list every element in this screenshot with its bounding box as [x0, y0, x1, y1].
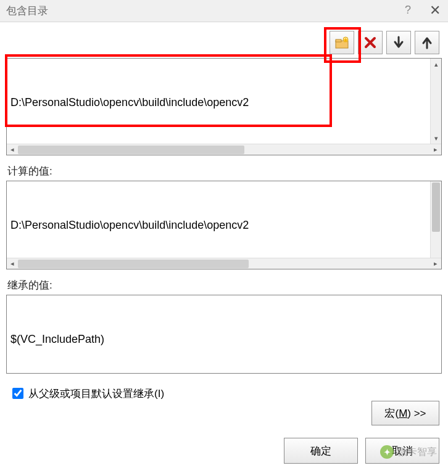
inherited-label: 继承的值: [7, 278, 441, 292]
paths-editor[interactable]: D:\PersonalStudio\opencv\build\include\o… [6, 58, 442, 155]
hscroll-track[interactable] [18, 144, 430, 155]
move-up-button[interactable] [415, 31, 439, 54]
hscroll-track[interactable] [18, 258, 430, 269]
scroll-left-icon[interactable]: ◂ [7, 258, 18, 269]
svg-rect-1 [336, 39, 341, 42]
scroll-left-icon[interactable]: ◂ [7, 144, 18, 155]
dialog-buttons: 确定 取消 [284, 438, 439, 464]
scroll-right-icon[interactable]: ▸ [430, 144, 441, 155]
path-line[interactable]: D:\PersonalStudio\opencv\build\include\o… [10, 94, 438, 111]
inherit-checkbox[interactable] [12, 388, 23, 399]
inherit-checkbox-row: 从父级或项目默认设置继承(I) [10, 386, 441, 401]
dialog-content: D:\PersonalStudio\opencv\build\include\o… [0, 22, 448, 406]
inherit-checkbox-label[interactable]: 从父级或项目默认设置继承(I) [28, 387, 164, 401]
titlebar: 包含目录 ? ✕ [0, 0, 448, 22]
computed-label: 计算的值: [7, 164, 441, 178]
ok-button[interactable]: 确定 [284, 438, 358, 464]
delete-button[interactable] [358, 31, 383, 54]
vscroll-thumb[interactable] [432, 183, 440, 232]
editor-vertical-scrollbar[interactable]: ▴ ▾ [430, 59, 441, 144]
computed-values-list: D:\PersonalStudio\opencv\build\include\o… [7, 181, 441, 258]
inherited-values-box: $(VC_IncludePath) $(WindowsSDK_IncludePa… [6, 295, 442, 374]
scroll-down-icon[interactable]: ▾ [431, 133, 441, 144]
paths-textarea[interactable]: D:\PersonalStudio\opencv\build\include\o… [7, 59, 441, 144]
help-icon[interactable]: ? [405, 4, 411, 17]
move-down-button[interactable] [386, 31, 411, 54]
inherited-values-list: $(VC_IncludePath) $(WindowsSDK_IncludePa… [7, 295, 441, 373]
inherited-value: $(VC_IncludePath) [10, 331, 429, 348]
computed-values-box: D:\PersonalStudio\opencv\build\include\o… [6, 181, 442, 269]
dialog-title: 包含目录 [6, 4, 48, 18]
hscroll-thumb[interactable] [18, 260, 249, 268]
close-icon[interactable]: ✕ [429, 2, 441, 18]
computed-value: D:\PersonalStudio\opencv\build\include\o… [10, 217, 429, 234]
editor-horizontal-scrollbar[interactable]: ◂ ▸ [7, 144, 441, 155]
scroll-up-icon[interactable]: ▴ [431, 59, 441, 70]
toolbar [5, 22, 443, 58]
computed-horizontal-scrollbar[interactable]: ◂ ▸ [7, 258, 441, 269]
computed-vertical-scrollbar[interactable] [430, 181, 441, 258]
hscroll-thumb[interactable] [18, 146, 244, 154]
scroll-right-icon[interactable]: ▸ [430, 258, 441, 269]
cancel-button[interactable]: 取消 [365, 438, 439, 464]
macro-button[interactable]: 宏(M) >> [371, 401, 439, 425]
new-folder-button[interactable] [330, 31, 354, 54]
